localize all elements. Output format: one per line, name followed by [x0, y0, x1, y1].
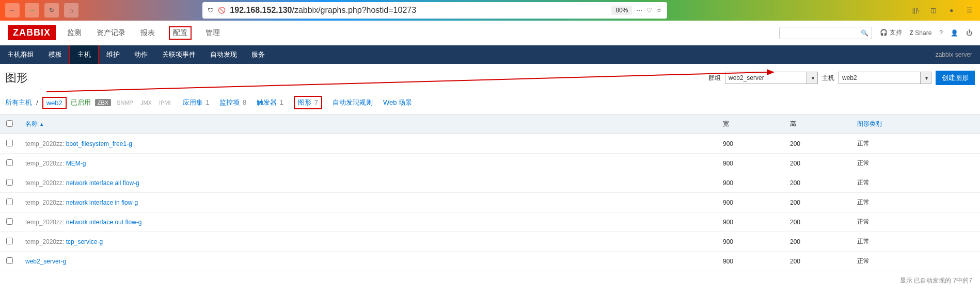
submenu-maintenance[interactable]: 维护 [99, 45, 127, 64]
library-icon[interactable]: |||\ [910, 5, 921, 15]
submenu-templates[interactable]: 模板 [41, 45, 69, 64]
create-graph-button[interactable]: 创建图形 [936, 71, 975, 85]
row-width: 900 [717, 193, 784, 212]
row-prefix: temp_2020zz: [25, 140, 64, 147]
badge-zbx: ZBX [95, 99, 111, 106]
menu-administration[interactable]: 管理 [204, 26, 221, 40]
row-type: 正常 [851, 212, 980, 232]
row-width: 900 [717, 232, 784, 252]
logout-icon[interactable]: ⏻ [966, 29, 972, 37]
submenu-server-label: zabbix server [928, 51, 980, 58]
url-text: 192.168.152.130/zabbix/graphs.php?hostid… [230, 6, 607, 15]
filter-triggers[interactable]: 触发器 1 [257, 98, 283, 107]
filter-host[interactable]: web2 [42, 97, 67, 109]
refresh-button[interactable]: ↻ [44, 3, 59, 18]
submenu-services[interactable]: 服务 [244, 45, 272, 64]
row-checkbox[interactable] [6, 198, 13, 205]
share-link[interactable]: Z Share [910, 29, 932, 37]
footer-summary: 显示 已自动发现的 7中的7 [0, 271, 980, 290]
menu-reports[interactable]: 报表 [139, 26, 156, 40]
group-select[interactable]: web2_server ▾ [725, 72, 818, 84]
account-icon[interactable]: ● [946, 5, 957, 15]
select-all-checkbox[interactable] [6, 120, 13, 127]
search-icon: 🔍 [861, 29, 868, 37]
user-icon[interactable]: 👤 [951, 29, 958, 37]
url-bar[interactable]: 🛡 🚫 192.168.152.130/zabbix/graphs.php?ho… [202, 2, 667, 19]
graph-link[interactable]: web2_server-g [25, 258, 66, 265]
row-checkbox[interactable] [6, 159, 13, 166]
more-icon[interactable]: ⋯ [636, 7, 642, 14]
filter-graphs[interactable]: 图形 7 [294, 96, 322, 109]
filter-applications[interactable]: 应用集 1 [183, 98, 210, 107]
submenu-hostgroups[interactable]: 主机群组 [0, 45, 41, 64]
graph-link[interactable]: MEM-g [66, 160, 86, 167]
zoom-level[interactable]: 80% [611, 6, 632, 15]
table-row: temp_2020zz: network interface out flow-… [0, 212, 980, 232]
row-checkbox[interactable] [6, 179, 13, 186]
bookmark-icon[interactable]: ☆ [656, 7, 662, 14]
menu-configuration[interactable]: 配置 [169, 26, 192, 40]
table-row: temp_2020zz: tcp_service-g 900 200 正常 [0, 232, 980, 252]
row-type: 正常 [851, 252, 980, 271]
host-label: 主机 [822, 74, 834, 82]
block-icon: 🚫 [218, 7, 226, 14]
support-link[interactable]: 🎧 支持 [880, 28, 902, 37]
badge-jmx: JMX [139, 99, 153, 106]
submenu-hosts[interactable]: 主机 [69, 45, 99, 64]
group-label: 群组 [708, 74, 721, 82]
graph-link[interactable]: network interface out flow-g [66, 219, 142, 226]
forward-button[interactable]: → [25, 3, 39, 18]
home-button[interactable]: ⌂ [64, 3, 78, 18]
help-icon[interactable]: ? [939, 29, 943, 37]
column-name[interactable]: 名称 ▲ [19, 114, 717, 134]
column-type[interactable]: 图形类别 [851, 114, 980, 134]
chevron-down-icon: ▾ [925, 75, 928, 81]
filter-all-hosts[interactable]: 所有主机 [5, 98, 32, 107]
row-prefix: temp_2020zz: [25, 238, 64, 245]
pocket-icon[interactable]: ♡ [646, 7, 652, 14]
graph-link[interactable]: boot_filesystem_free1-g [66, 140, 132, 147]
row-width: 900 [717, 134, 784, 154]
column-height[interactable]: 高 [784, 114, 851, 134]
row-checkbox[interactable] [6, 140, 13, 146]
row-type: 正常 [851, 193, 980, 212]
row-checkbox[interactable] [6, 257, 13, 264]
submenu-correlation[interactable]: 关联项事件 [155, 45, 203, 64]
sidebar-icon[interactable]: ◫ [928, 5, 939, 15]
row-checkbox[interactable] [6, 238, 13, 244]
filter-web-scenarios[interactable]: Web 场景 [383, 98, 412, 107]
table-row: temp_2020zz: network interface in flow-g… [0, 193, 980, 212]
submenu-actions[interactable]: 动作 [127, 45, 155, 64]
browser-toolbar: ← → ↻ ⌂ 🛡 🚫 192.168.152.130/zabbix/graph… [0, 0, 980, 21]
app-header: ZABBIX 监测 资产记录 报表 配置 管理 🔍 🎧 支持 Z Share ?… [0, 21, 980, 45]
filter-enabled: 已启用 [71, 98, 91, 107]
search-input[interactable]: 🔍 [779, 27, 872, 39]
badge-ipmi: IPMI [157, 99, 172, 106]
graph-link[interactable]: network interface in flow-g [66, 199, 138, 206]
row-type: 正常 [851, 154, 980, 173]
host-select[interactable]: web2 ▾ [839, 72, 931, 84]
menu-monitoring[interactable]: 监测 [66, 26, 83, 40]
graph-link[interactable]: network interface all flow-g [66, 179, 139, 187]
row-prefix: temp_2020zz: [25, 179, 64, 187]
table-row: temp_2020zz: network interface all flow-… [0, 173, 980, 193]
app-logo[interactable]: ZABBIX [8, 25, 56, 40]
page-header: 图形 群组 web2_server ▾ 主机 web2 ▾ 创建图形 [0, 64, 980, 92]
submenu-discovery[interactable]: 自动发现 [203, 45, 244, 64]
column-width[interactable]: 宽 [717, 114, 784, 134]
row-type: 正常 [851, 173, 980, 193]
filter-discovery-rules[interactable]: 自动发现规则 [333, 98, 373, 107]
row-height: 200 [784, 134, 851, 154]
menu-icon[interactable]: ☰ [965, 5, 975, 15]
menu-inventory[interactable]: 资产记录 [96, 26, 127, 40]
filter-items[interactable]: 监控项 8 [219, 98, 246, 107]
row-checkbox[interactable] [6, 218, 13, 225]
row-width: 900 [717, 154, 784, 173]
row-prefix: temp_2020zz: [25, 199, 64, 206]
row-height: 200 [784, 173, 851, 193]
graph-link[interactable]: tcp_service-g [66, 238, 103, 245]
row-width: 900 [717, 173, 784, 193]
back-button[interactable]: ← [5, 3, 20, 18]
row-prefix: temp_2020zz: [25, 219, 64, 226]
row-prefix: temp_2020zz: [25, 160, 64, 167]
